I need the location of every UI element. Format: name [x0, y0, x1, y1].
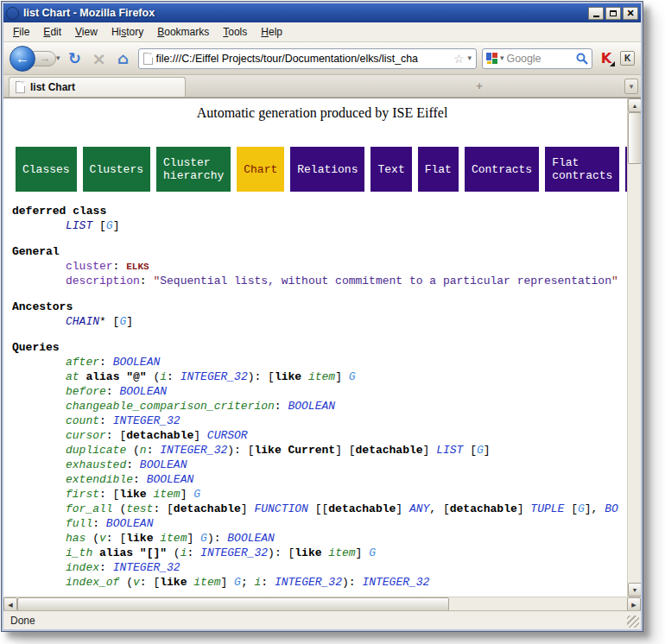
- generic-parameter-link[interactable]: G: [193, 488, 200, 501]
- class-link[interactable]: ANY: [409, 502, 429, 515]
- scroll-down-button[interactable]: ▼: [628, 583, 641, 597]
- search-icon[interactable]: [576, 53, 588, 65]
- chart-nav-flat[interactable]: Flat: [418, 147, 459, 192]
- menu-view[interactable]: View: [68, 23, 104, 41]
- feature-link[interactable]: first: [66, 488, 99, 501]
- back-button[interactable]: ←: [10, 46, 35, 72]
- class-link[interactable]: INTEGER_32: [113, 561, 180, 574]
- forward-button[interactable]: →: [33, 51, 56, 66]
- scroll-left-button[interactable]: ◀: [3, 597, 17, 611]
- generic-parameter-link[interactable]: G: [477, 444, 484, 457]
- class-link[interactable]: BOOLEAN: [113, 356, 161, 369]
- class-link[interactable]: BOOLEAN: [227, 532, 275, 545]
- vertical-scrollbar[interactable]: ▲ ▼: [627, 98, 641, 597]
- feature-link[interactable]: item: [153, 488, 180, 501]
- feature-link[interactable]: v: [99, 532, 106, 545]
- class-link[interactable]: LIST: [436, 444, 463, 457]
- class-link[interactable]: BOOLEAN: [147, 473, 194, 486]
- menu-help[interactable]: Help: [254, 23, 289, 41]
- menu-file[interactable]: File: [6, 23, 36, 41]
- feature-link[interactable]: count: [66, 414, 99, 427]
- feature-link[interactable]: for_all: [66, 502, 113, 515]
- url-dropdown-icon[interactable]: ▾: [467, 54, 472, 62]
- menu-tools[interactable]: Tools: [216, 23, 254, 41]
- minimize-button[interactable]: [588, 7, 604, 20]
- scroll-right-button[interactable]: ▶: [627, 597, 641, 611]
- generic-parameter-link[interactable]: G: [106, 219, 113, 232]
- menu-history[interactable]: History: [104, 23, 150, 41]
- tab-list-dropdown[interactable]: ▾: [624, 79, 638, 94]
- chart-nav-text[interactable]: Text: [370, 147, 411, 192]
- feature-link[interactable]: full: [66, 517, 92, 530]
- generic-parameter-link[interactable]: G: [578, 502, 585, 515]
- class-link[interactable]: FUNCTION: [254, 502, 307, 515]
- address-bar[interactable]: ☆ ▾: [138, 48, 477, 69]
- history-dropdown-icon[interactable]: ▾: [56, 54, 60, 62]
- horizontal-scrollbar[interactable]: ◀ ▶: [3, 597, 641, 610]
- menu-edit[interactable]: Edit: [36, 23, 68, 41]
- class-link[interactable]: BO: [605, 502, 618, 515]
- feature-link[interactable]: i: [160, 370, 167, 383]
- vertical-scrollbar-thumb[interactable]: [628, 112, 641, 164]
- feature-link[interactable]: test: [126, 502, 153, 515]
- feature-link[interactable]: at: [66, 370, 79, 383]
- reload-button[interactable]: ↻: [66, 51, 85, 66]
- class-link[interactable]: BOOLEAN: [140, 458, 187, 471]
- class-link[interactable]: TUPLE: [530, 502, 564, 515]
- home-button[interactable]: ⌂: [114, 51, 133, 66]
- feature-link[interactable]: item: [160, 532, 187, 545]
- class-link[interactable]: INTEGER_32: [180, 370, 248, 383]
- feature-link[interactable]: after: [66, 356, 99, 369]
- new-tab-button[interactable]: +: [472, 79, 487, 92]
- search-engine-dropdown-icon[interactable]: ▾: [500, 54, 504, 62]
- feature-link[interactable]: index: [66, 561, 99, 574]
- tab-list-chart[interactable]: list Chart: [9, 77, 186, 97]
- class-link[interactable]: INTEGER_32: [275, 576, 342, 589]
- titlebar[interactable]: list Chart - Mozilla Firefox ✕: [3, 3, 641, 22]
- chart-nav-contracts[interactable]: Contracts: [465, 147, 539, 192]
- feature-link[interactable]: item: [308, 370, 335, 383]
- chart-nav-flat-contracts[interactable]: Flat contracts: [545, 147, 619, 192]
- class-link[interactable]: INTEGER_32: [200, 546, 268, 559]
- class-link[interactable]: BOOLEAN: [288, 400, 335, 413]
- stop-button[interactable]: ×: [90, 50, 109, 67]
- chart-nav-relations[interactable]: Relations: [290, 147, 364, 192]
- cluster-link[interactable]: ELKS: [126, 262, 149, 272]
- class-link[interactable]: BOOLEAN: [106, 517, 154, 530]
- search-input[interactable]: [507, 53, 573, 65]
- class-link[interactable]: INTEGER_32: [160, 444, 227, 457]
- feature-link[interactable]: index_of: [66, 576, 119, 589]
- feature-link[interactable]: changeable_comparison_criterion: [66, 400, 275, 413]
- scroll-up-button[interactable]: ▲: [628, 98, 641, 112]
- feature-link[interactable]: i_th: [66, 546, 92, 559]
- feature-link[interactable]: exhausted: [66, 458, 126, 471]
- class-link[interactable]: INTEGER_32: [113, 414, 180, 427]
- k-toolbar-button[interactable]: K: [620, 51, 635, 66]
- class-name[interactable]: CHAIN: [66, 315, 99, 328]
- search-bar[interactable]: ▾: [482, 48, 592, 69]
- feature-link[interactable]: duplicate: [66, 444, 126, 457]
- maximize-button[interactable]: [605, 7, 621, 20]
- feature-link[interactable]: v: [133, 576, 140, 589]
- generic-parameter-link[interactable]: G: [349, 370, 356, 383]
- chart-nav-classes[interactable]: Classes: [16, 147, 77, 192]
- generic-parameter-link[interactable]: G: [200, 532, 207, 545]
- resize-grip[interactable]: [627, 616, 639, 628]
- feature-link[interactable]: item: [328, 546, 355, 559]
- class-name[interactable]: LIST: [66, 219, 92, 232]
- bookmark-star-icon[interactable]: ☆: [453, 52, 465, 66]
- feature-link[interactable]: n: [140, 444, 147, 457]
- class-link[interactable]: INTEGER_32: [362, 576, 429, 589]
- feature-link[interactable]: item: [193, 576, 220, 589]
- feature-link[interactable]: cursor: [66, 429, 106, 442]
- close-button[interactable]: ✕: [623, 7, 638, 20]
- class-link[interactable]: CURSOR: [207, 429, 248, 442]
- google-engine-icon[interactable]: [486, 53, 497, 64]
- feature-link[interactable]: has: [66, 532, 86, 545]
- chart-nav-clusters[interactable]: Clusters: [83, 147, 150, 192]
- generic-parameter-link[interactable]: G: [234, 576, 241, 589]
- generic-parameter-link[interactable]: G: [369, 546, 376, 559]
- feature-link[interactable]: before: [66, 385, 106, 398]
- url-input[interactable]: [156, 53, 450, 65]
- chart-nav-cluster-hierarchy[interactable]: Cluster hierarchy: [156, 147, 231, 192]
